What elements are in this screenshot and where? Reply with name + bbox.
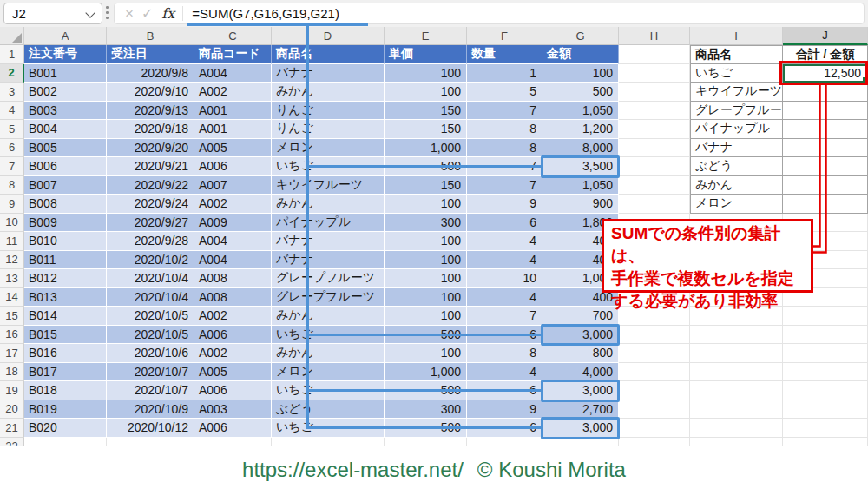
insert-function-icon[interactable]: fx [161, 5, 174, 22]
cell-J2[interactable]: 12,500 [783, 64, 868, 83]
column-header-H[interactable]: H [619, 27, 690, 45]
cell-C12[interactable]: A004 [194, 251, 272, 270]
chevron-down-icon[interactable] [85, 8, 95, 17]
cell-D4[interactable]: りんご [272, 102, 385, 121]
cell-E2[interactable]: 100 [385, 64, 467, 83]
cell-D20[interactable]: ぶどう [272, 400, 385, 420]
cell-I16[interactable] [690, 326, 783, 345]
cell-G18[interactable]: 4,000 [542, 363, 619, 382]
cell-H6[interactable] [619, 139, 690, 158]
cell-B22[interactable] [107, 438, 194, 447]
cell-J5[interactable] [783, 120, 868, 139]
row-header-1[interactable]: 1 [0, 45, 24, 64]
cell-C8[interactable]: A007 [194, 176, 272, 195]
cell-A3[interactable]: B002 [24, 83, 107, 102]
row-header-20[interactable]: 20 [0, 400, 24, 420]
cell-G22[interactable] [542, 438, 619, 447]
cell-B6[interactable]: 2020/9/20 [107, 139, 194, 158]
cell-J21[interactable] [783, 419, 868, 438]
cell-E5[interactable]: 150 [385, 120, 467, 139]
column-header-B[interactable]: B [107, 27, 194, 45]
cell-A7[interactable]: B006 [24, 157, 107, 176]
cell-B14[interactable]: 2020/10/4 [107, 288, 194, 307]
cell-I3[interactable]: キウイフルーツ [690, 83, 783, 102]
cell-E19[interactable]: 500 [385, 381, 467, 400]
cell-J10[interactable] [783, 214, 868, 233]
column-header-G[interactable]: G [542, 27, 619, 45]
column-header-A[interactable]: A [24, 27, 107, 45]
cell-F4[interactable]: 7 [467, 102, 542, 121]
cell-J11[interactable] [783, 232, 868, 251]
cell-J18[interactable] [783, 363, 868, 382]
cell-J19[interactable] [783, 381, 868, 400]
cell-E12[interactable]: 100 [385, 251, 467, 270]
cell-G7[interactable]: 3,500 [542, 157, 619, 176]
cell-G19[interactable]: 3,000 [542, 381, 619, 400]
cell-A4[interactable]: B003 [24, 102, 107, 121]
cell-G16[interactable]: 3,000 [542, 326, 619, 345]
column-header-D[interactable]: D [272, 27, 385, 45]
row-header-18[interactable]: 18 [0, 363, 24, 382]
table-header-D[interactable]: 商品名 [272, 45, 385, 64]
row-header-2[interactable]: 2 [0, 64, 24, 83]
cell-C5[interactable]: A001 [194, 120, 272, 139]
cell-F3[interactable]: 5 [467, 83, 542, 102]
cell-J7[interactable] [783, 157, 868, 176]
cell-C9[interactable]: A002 [194, 195, 272, 214]
cell-D21[interactable]: いちご [272, 419, 385, 438]
cell-I8[interactable]: みかん [690, 176, 783, 195]
cell-F14[interactable]: 4 [467, 288, 542, 307]
cell-H21[interactable] [619, 419, 690, 438]
cell-B10[interactable]: 2020/9/27 [107, 214, 194, 233]
row-header-5[interactable]: 5 [0, 120, 24, 139]
select-all-corner[interactable] [0, 27, 24, 45]
row-header-14[interactable]: 14 [0, 288, 24, 307]
cell-I4[interactable]: グレープフルーツ [690, 102, 783, 121]
cell-I21[interactable] [690, 419, 783, 438]
table-header-B[interactable]: 受注日 [107, 45, 194, 64]
cell-J8[interactable] [783, 176, 868, 195]
cell-G4[interactable]: 1,050 [542, 102, 619, 121]
cell-J15[interactable] [783, 307, 868, 326]
cell-F12[interactable]: 4 [467, 251, 542, 270]
cell-H16[interactable] [619, 326, 690, 345]
cell-I6[interactable]: バナナ [690, 139, 783, 158]
cell-F10[interactable]: 6 [467, 214, 542, 233]
cell-D7[interactable]: いちご [272, 157, 385, 176]
cell-H4[interactable] [619, 102, 690, 121]
row-header-15[interactable]: 15 [0, 307, 24, 326]
cell-D18[interactable]: メロン [272, 363, 385, 382]
cell-J3[interactable] [783, 83, 868, 102]
cell-B3[interactable]: 2020/9/10 [107, 83, 194, 102]
cell-C11[interactable]: A004 [194, 232, 272, 251]
cell-B18[interactable]: 2020/10/7 [107, 363, 194, 382]
cell-F6[interactable]: 8 [467, 139, 542, 158]
cell-H7[interactable] [619, 157, 690, 176]
cell-F8[interactable]: 7 [467, 176, 542, 195]
cell-I13[interactable] [690, 269, 783, 288]
cell-J1[interactable]: 合計 / 金額 [783, 45, 868, 64]
cell-E8[interactable]: 150 [385, 176, 467, 195]
cell-B9[interactable]: 2020/9/24 [107, 195, 194, 214]
cell-E13[interactable]: 100 [385, 269, 467, 288]
cell-B11[interactable]: 2020/9/28 [107, 232, 194, 251]
table-header-A[interactable]: 注文番号 [24, 45, 107, 64]
cell-A17[interactable]: B016 [24, 344, 107, 363]
cell-G8[interactable]: 1,050 [542, 176, 619, 195]
cell-C21[interactable]: A006 [194, 419, 272, 438]
cell-H11[interactable] [619, 232, 690, 251]
cell-C10[interactable]: A009 [194, 214, 272, 233]
cell-D3[interactable]: みかん [272, 83, 385, 102]
cell-D8[interactable]: キウイフルーツ [272, 176, 385, 195]
cell-D22[interactable] [272, 438, 385, 447]
column-header-E[interactable]: E [385, 27, 467, 45]
cell-F7[interactable]: 7 [467, 157, 542, 176]
cell-I7[interactable]: ぶどう [690, 157, 783, 176]
row-header-17[interactable]: 17 [0, 344, 24, 363]
cell-F18[interactable]: 4 [467, 363, 542, 382]
cell-E3[interactable]: 100 [385, 83, 467, 102]
row-header-4[interactable]: 4 [0, 102, 24, 121]
cell-J14[interactable] [783, 288, 868, 307]
cell-B16[interactable]: 2020/10/5 [107, 326, 194, 345]
cell-H3[interactable] [619, 83, 690, 102]
